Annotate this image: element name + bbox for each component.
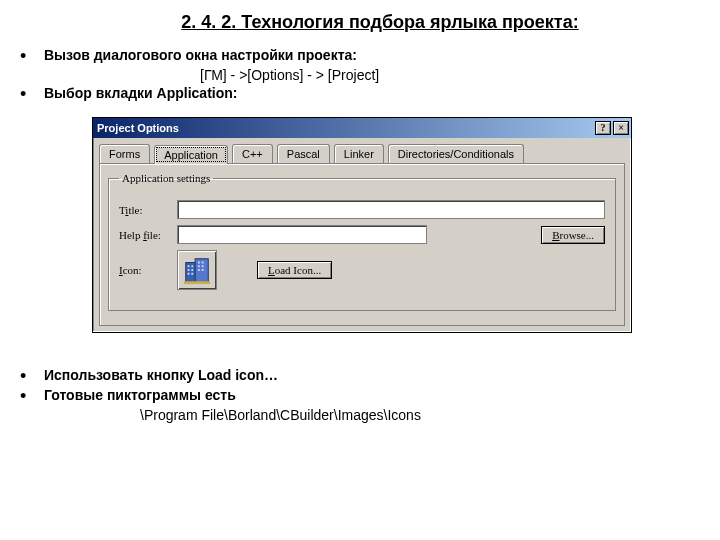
bullet-dot: • bbox=[20, 85, 44, 103]
helpfile-label: Help file: bbox=[119, 229, 169, 241]
tab-forms[interactable]: Forms bbox=[99, 144, 150, 163]
tab-cpp[interactable]: C++ bbox=[232, 144, 273, 163]
project-options-dialog: Project Options ? × Forms Application C+… bbox=[92, 117, 632, 333]
svg-rect-8 bbox=[198, 262, 200, 264]
helpfile-input[interactable] bbox=[177, 225, 427, 244]
titlebar: Project Options ? × bbox=[93, 118, 631, 138]
svg-rect-5 bbox=[191, 269, 193, 271]
tab-pascal[interactable]: Pascal bbox=[277, 144, 330, 163]
section-heading: 2. 4. 2. Технология подбора ярлыка проек… bbox=[60, 12, 700, 33]
svg-rect-3 bbox=[191, 265, 193, 267]
svg-rect-11 bbox=[202, 265, 204, 267]
svg-rect-13 bbox=[202, 269, 204, 271]
bullet-1: Вызов диалогового окна настройки проекта… bbox=[44, 47, 700, 65]
application-settings-group: Application settings Title: Help file: B… bbox=[108, 172, 616, 311]
bullet-dot: • bbox=[20, 47, 44, 65]
building-icon bbox=[182, 255, 212, 285]
tab-application[interactable]: Application bbox=[154, 145, 228, 164]
svg-rect-2 bbox=[188, 265, 190, 267]
svg-rect-6 bbox=[188, 273, 190, 275]
load-icon-button[interactable]: Load Icon... bbox=[257, 261, 332, 279]
bullet-2: Выбор вкладки Application: bbox=[44, 85, 700, 103]
title-label: Title: bbox=[119, 204, 169, 216]
help-button[interactable]: ? bbox=[595, 121, 611, 135]
app-icon-preview bbox=[177, 250, 217, 290]
group-legend: Application settings bbox=[119, 172, 213, 184]
tab-linker[interactable]: Linker bbox=[334, 144, 384, 163]
svg-rect-10 bbox=[198, 265, 200, 267]
svg-rect-7 bbox=[191, 273, 193, 275]
svg-rect-4 bbox=[188, 269, 190, 271]
icon-label: Icon: bbox=[119, 264, 169, 276]
close-button[interactable]: × bbox=[613, 121, 629, 135]
bullet-4-path: \Program File\Borland\CBuilder\Images\Ic… bbox=[140, 407, 700, 423]
bullet-4: Готовые пиктограммы есть bbox=[44, 387, 700, 405]
bullet-1-path: [ГМ] - >[Options] - > [Project] bbox=[200, 67, 700, 83]
svg-rect-14 bbox=[184, 281, 210, 284]
svg-rect-9 bbox=[202, 262, 204, 264]
tab-strip: Forms Application C++ Pascal Linker Dire… bbox=[93, 138, 631, 163]
bullet-dot: • bbox=[20, 387, 44, 405]
svg-rect-12 bbox=[198, 269, 200, 271]
bullet-dot: • bbox=[20, 367, 44, 385]
bullet-3: Использовать кнопку Load icon… bbox=[44, 367, 700, 385]
titlebar-text: Project Options bbox=[97, 122, 593, 134]
browse-button[interactable]: Browse... bbox=[541, 226, 605, 244]
title-input[interactable] bbox=[177, 200, 605, 219]
tab-pane: Application settings Title: Help file: B… bbox=[99, 163, 625, 326]
tab-directories[interactable]: Directories/Conditionals bbox=[388, 144, 524, 163]
